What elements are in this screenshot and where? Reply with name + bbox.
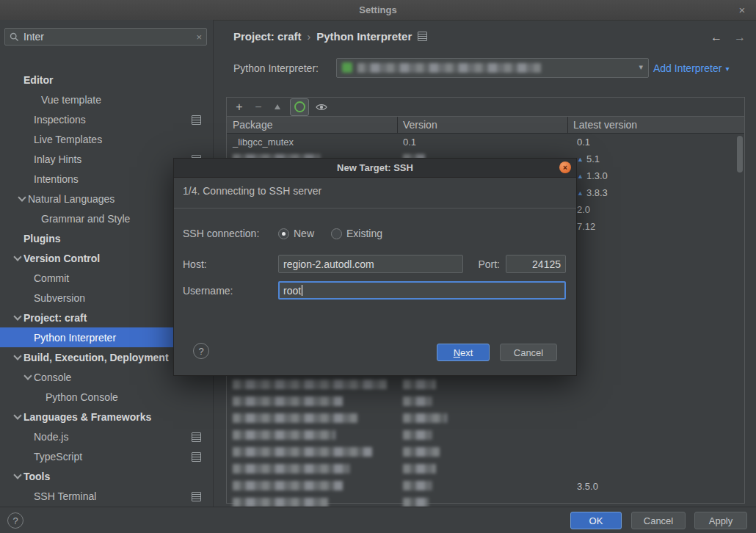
table-row-version: 0.1 [403,134,416,151]
text-caret [302,285,302,296]
contains-matches-icon [192,432,201,442]
remove-package-icon[interactable]: − [249,98,268,116]
redacted-version [403,430,432,440]
col-package[interactable]: Package [233,119,272,131]
window-close-icon[interactable]: × [734,0,750,19]
radio-new-label[interactable]: New [294,228,314,239]
chevron-down-icon[interactable] [12,407,23,427]
redacted-version [403,396,432,406]
breadcrumb-project[interactable]: Project: craft [233,30,302,43]
redacted-version [403,380,436,389]
redacted-package-name [233,430,335,440]
eye-icon[interactable] [312,98,331,116]
window-title: Settings [359,4,396,15]
redacted-version [403,413,447,423]
chevron-down-icon[interactable] [12,466,23,486]
contains-matches-icon [192,452,201,462]
new-target-ssh-dialog: New Target: SSH × 1/4. Connecting to SSH… [173,158,577,376]
cancel-button[interactable]: Cancel [631,512,686,529]
radio-existing-label[interactable]: Existing [346,228,382,239]
redacted-package-name [233,447,372,457]
chevron-down-icon[interactable] [12,347,23,367]
table-row-latest: 2.0 [577,201,590,218]
scrollbar-thumb[interactable] [737,136,743,173]
redacted-version [403,481,432,490]
table-row-latest: 3.5.0 [577,478,598,495]
host-field[interactable]: region-2.autodl.com [278,255,463,273]
username-field[interactable]: root [278,281,566,300]
settings-footer: ? OK Cancel Apply [0,507,756,533]
table-row-latest: 7.12 [577,218,595,235]
sidebar-item-inspections[interactable]: Inspections [0,109,213,129]
dialog-help-button[interactable]: ? [193,343,209,359]
radio-new[interactable] [278,228,289,239]
table-header: Package Version Latest version [227,117,744,134]
redacted-interpreter-path [357,63,541,73]
contains-matches-icon [192,492,201,501]
radio-existing[interactable] [331,228,342,239]
chevron-down-icon[interactable] [12,248,23,268]
conda-toggle-icon[interactable] [290,98,309,116]
package-toolbar: + − [227,98,744,117]
chevron-down-icon[interactable] [22,367,34,387]
port-field[interactable]: 24125 [506,255,566,273]
username-label: Username: [183,285,233,297]
upgrade-arrow-icon: ▲ [577,189,584,197]
sidebar-item-nodejs[interactable]: Node.js [0,427,213,446]
redacted-package-name [233,396,343,406]
sidebar-item-python-console[interactable]: Python Console [0,387,213,407]
add-interpreter-link[interactable]: Add Interpreter ▾ [653,62,729,74]
help-button[interactable]: ? [7,512,23,529]
dialog-cancel-button[interactable]: Cancel [500,344,557,361]
forward-arrow-icon[interactable]: → [734,31,746,44]
search-value: Inter [23,31,196,43]
upgrade-arrow-icon: ▲ [577,156,584,163]
redacted-package-name [233,464,350,474]
table-row-latest: ▲5.1 [577,151,600,167]
ssh-connection-label: SSH connection: [183,228,259,239]
sidebar-item-live-templates[interactable]: Live Templates [0,129,213,149]
chevron-down-icon: ▾ [639,62,643,72]
chevron-down-icon[interactable] [12,308,23,327]
chevron-down-icon: ▾ [725,65,729,73]
breadcrumb-page: Python Interpreter [316,30,412,43]
search-clear-icon[interactable]: × [196,32,202,43]
search-input[interactable]: Inter × [4,28,207,46]
search-icon [10,32,19,42]
interpreter-label: Python Interpreter: [233,62,319,74]
sidebar-item-editor[interactable]: Editor [0,70,213,90]
host-label: Host: [183,258,207,270]
sidebar-item-typescript[interactable]: TypeScript [0,446,213,466]
next-button[interactable]: Next [437,344,490,361]
redacted-package-name [233,413,357,423]
interpreter-dropdown[interactable]: ▾ [336,58,649,78]
dialog-close-icon[interactable]: × [559,162,571,173]
col-version[interactable]: Version [403,119,437,131]
col-latest-version[interactable]: Latest version [573,119,637,131]
dialog-title: New Target: SSH [337,162,413,173]
ok-button[interactable]: OK [570,512,622,529]
redacted-package-name [233,380,387,389]
dialog-separator [174,208,576,209]
interpreter-icon [342,62,352,73]
redacted-version [403,447,440,457]
redacted-version [403,464,436,474]
wizard-step-label: 1/4. Connecting to SSH server [183,185,321,197]
sidebar-item-languages-frameworks[interactable]: Languages & Frameworks [0,407,213,427]
table-row-package[interactable]: _libgcc_mutex [233,134,294,151]
sidebar-item-tools[interactable]: Tools [0,466,213,486]
add-package-icon[interactable]: + [230,98,249,116]
back-arrow-icon[interactable]: ← [710,31,722,44]
upgrade-arrow-icon: ▲ [577,173,584,180]
window-titlebar: Settings × [0,0,756,21]
upgrade-package-icon[interactable] [268,98,287,116]
page-options-icon[interactable] [418,32,427,41]
breadcrumb: Project: craft › Python Interpreter [233,30,427,43]
sidebar-item-vue-template[interactable]: Vue template [0,90,213,109]
sidebar-item-ssh-terminal[interactable]: SSH Terminal [0,486,213,506]
redacted-package-name [233,481,343,490]
breadcrumb-separator: › [308,31,311,43]
apply-button[interactable]: Apply [694,512,747,529]
dialog-titlebar: New Target: SSH × [174,159,576,178]
chevron-down-icon[interactable] [16,189,28,209]
